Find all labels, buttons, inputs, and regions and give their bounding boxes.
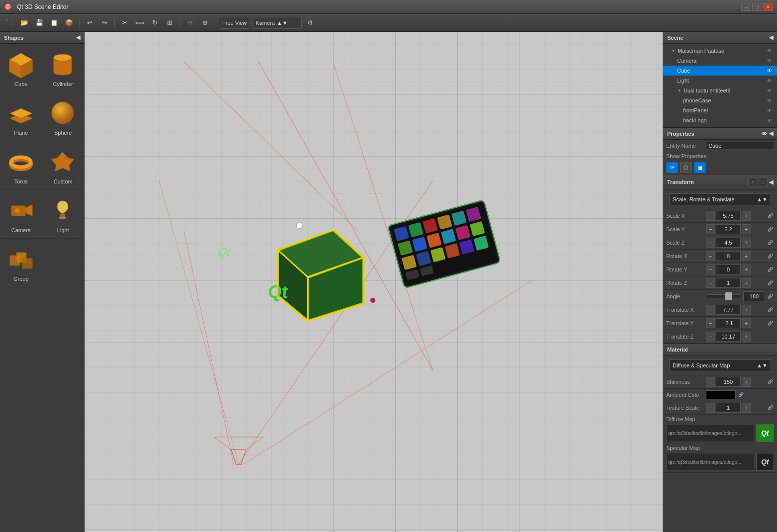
angle-link-icon[interactable]: 🔗 (766, 292, 774, 300)
rotate-y-plus[interactable]: + (742, 265, 751, 274)
scale-z-minus[interactable]: − (706, 238, 715, 248)
translate-x-input[interactable] (716, 305, 741, 315)
scale-x-minus[interactable]: − (706, 211, 715, 221)
translate-y-minus[interactable]: − (706, 318, 715, 328)
scale-y-link-icon[interactable]: 🔗 (766, 225, 774, 233)
ambient-color-link-icon[interactable]: 🔗 (737, 391, 745, 399)
save-as-button[interactable]: 📋 (48, 16, 61, 29)
transform-collapse-icon[interactable]: ◀ (769, 179, 773, 185)
rotate-x-plus[interactable]: + (742, 251, 751, 261)
undo-button[interactable]: ↩ (83, 16, 96, 29)
properties-collapse-icon[interactable]: ◀ (769, 130, 773, 137)
rotate-x-link-icon[interactable]: 🔗 (766, 252, 774, 260)
diffuse-map-path[interactable]: qrc:/qt3deditorlib/images/qtlogo... (666, 424, 754, 442)
translate-y-plus[interactable]: + (742, 318, 751, 328)
eye-icon-camera[interactable]: 👁 (766, 57, 773, 64)
redo-button[interactable]: ↪ (98, 16, 111, 29)
viewport[interactable]: Qt Qt (85, 32, 663, 532)
anchor-button[interactable]: ⊕ (198, 16, 211, 29)
translate-y-link-icon[interactable]: 🔗 (766, 319, 774, 327)
shininess-minus[interactable]: − (706, 377, 715, 387)
transform-reset-icon[interactable]: ↓ (759, 177, 768, 186)
texture-scale-plus[interactable]: + (742, 403, 751, 413)
scene-panel-collapse-icon[interactable]: ◀ (769, 34, 773, 41)
rotate-z-plus[interactable]: + (742, 278, 751, 288)
scale-x-link-icon[interactable]: 🔗 (766, 212, 774, 220)
specular-map-thumb[interactable]: Qt (756, 453, 774, 471)
translate-x-link-icon[interactable]: 🔗 (766, 306, 774, 314)
translate-z-plus[interactable]: + (742, 332, 751, 342)
tree-item-camera[interactable]: Camera 👁 (663, 56, 777, 66)
shape-plane[interactable]: Plane (0, 92, 42, 141)
scale-x-plus[interactable]: + (742, 211, 751, 221)
rotate-z-link-icon[interactable]: 🔗 (766, 279, 774, 287)
shape-torus[interactable]: Torus (0, 141, 42, 190)
shapes-collapse-icon[interactable]: ◀ (76, 34, 80, 41)
eye-icon-frontpanel[interactable]: 👁 (766, 107, 773, 114)
eye-icon-backlogo[interactable]: 👁 (766, 117, 773, 124)
transform-link-icon[interactable]: ↑ (748, 177, 757, 186)
translate-x-minus[interactable]: − (706, 305, 715, 315)
shape-camera[interactable]: Camera (0, 190, 42, 239)
import-button[interactable]: 📦 (63, 16, 76, 29)
shininess-link-icon[interactable]: 🔗 (766, 378, 774, 386)
diffuse-map-thumb[interactable]: Qt (756, 424, 774, 442)
shininess-plus[interactable]: + (742, 377, 751, 387)
tree-item-frontpanel[interactable]: frontPanel 👁 (663, 105, 777, 115)
rotate-x-minus[interactable]: − (706, 251, 715, 261)
translate-z-minus[interactable]: − (706, 332, 715, 342)
specular-map-path[interactable]: qrc:/qt3deditorlib/images/qtlogo... (666, 453, 754, 471)
eye-icon-light[interactable]: 👁 (766, 77, 773, 84)
rotate-tool[interactable]: ↻ (148, 16, 161, 29)
material-type-combo[interactable]: Diffuse & Specular Map ▲▼ (669, 359, 771, 371)
entity-name-input[interactable] (706, 142, 774, 150)
ambient-color-swatch[interactable] (706, 390, 736, 399)
translate-x-plus[interactable]: + (742, 305, 751, 315)
texture-scale-input[interactable] (716, 403, 741, 413)
scale-y-plus[interactable]: + (742, 224, 751, 234)
scale-y-minus[interactable]: − (706, 224, 715, 234)
angle-input[interactable] (743, 291, 765, 301)
shape-group[interactable]: Group (0, 239, 42, 287)
mesh-tab-icon[interactable]: ⬡ (680, 162, 692, 173)
tree-item-backlogo[interactable]: backLogo 👁 (663, 115, 777, 125)
eye-visibility-icon[interactable]: 👁 (762, 131, 767, 137)
open-button[interactable]: 📂 (18, 16, 31, 29)
eye-icon-phonecase[interactable]: 👁 (766, 97, 773, 104)
scale-z-link-icon[interactable]: 🔗 (766, 239, 774, 247)
shape-sphere[interactable]: Sphere (42, 92, 85, 141)
settings-button[interactable]: ⚙ (304, 16, 317, 29)
scale-x-input[interactable] (716, 211, 741, 221)
scale-z-input[interactable] (716, 238, 741, 248)
shape-cylinder[interactable]: Cylinder (42, 44, 85, 92)
eye-icon[interactable]: 👁 (766, 47, 773, 54)
camera-combo[interactable]: Kamera ▲▼ (252, 17, 302, 29)
minimize-button[interactable]: ─ (741, 3, 751, 11)
shape-custom[interactable]: Custom (42, 141, 85, 190)
texture-scale-minus[interactable]: − (706, 403, 715, 413)
move-tool[interactable]: ⟺ (133, 16, 146, 29)
scale-y-input[interactable] (716, 224, 741, 234)
snap-button[interactable]: ⊹ (183, 16, 196, 29)
rotate-y-input[interactable] (716, 265, 741, 274)
shape-light[interactable]: Light (42, 190, 85, 239)
new-button[interactable]: ⬛ (3, 16, 16, 29)
scale-tool[interactable]: ⊞ (163, 16, 176, 29)
rotate-x-input[interactable] (716, 251, 741, 261)
eye-icon-uusi[interactable]: 👁 (766, 87, 773, 94)
tree-item-phonecase[interactable]: phoneCase 👁 (663, 95, 777, 105)
texture-scale-link-icon[interactable]: 🔗 (766, 404, 774, 412)
rotate-y-link-icon[interactable]: 🔗 (766, 266, 774, 273)
save-button[interactable]: 💾 (33, 16, 46, 29)
transform-mode-combo[interactable]: Scale, Rotate & Translate ▲▼ (669, 193, 771, 205)
tree-item-uusi[interactable]: ▼ Uusi tuotu entiteetti 👁 (663, 86, 777, 95)
angle-slider[interactable] (706, 294, 741, 298)
cut-tool[interactable]: ✂ (118, 16, 131, 29)
rotate-y-minus[interactable]: − (706, 265, 715, 274)
tree-item-light[interactable]: Light 👁 (663, 76, 777, 86)
maximize-button[interactable]: □ (752, 3, 762, 11)
rotate-z-minus[interactable]: − (706, 278, 715, 288)
close-button[interactable]: ✕ (763, 3, 773, 11)
shininess-input[interactable] (716, 377, 741, 387)
translate-y-input[interactable] (716, 318, 741, 328)
